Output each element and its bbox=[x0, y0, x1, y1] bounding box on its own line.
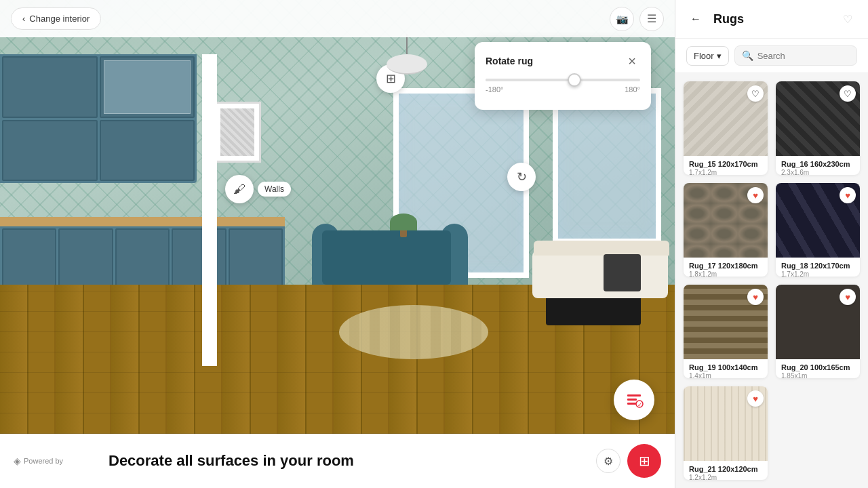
floor-filter-label: Floor bbox=[694, 51, 714, 61]
search-box: 🔍 bbox=[734, 45, 857, 66]
walls-tool-button[interactable]: 🖌 bbox=[225, 175, 254, 203]
heart-filled-icon: ♥ bbox=[845, 190, 850, 201]
bottom-title: Decorate all surfaces in your room bbox=[14, 452, 675, 470]
change-interior-button[interactable]: ‹ Change interior bbox=[11, 7, 101, 30]
cabinet-door-3 bbox=[100, 120, 195, 182]
rug-thumbnail: ♥ bbox=[684, 285, 768, 359]
fab-button[interactable]: ✓ bbox=[614, 380, 654, 420]
rug-name: Rug_18 120x170cm bbox=[781, 262, 854, 270]
doorframe bbox=[202, 54, 217, 366]
rug-heart-button[interactable]: ♥ bbox=[747, 289, 764, 305]
rug-info: Rug_16 160x230cm 2.3x1.6m bbox=[776, 156, 860, 175]
svg-rect-1 bbox=[627, 399, 637, 401]
rug-name: Rug_16 160x230cm bbox=[781, 160, 854, 168]
rug-thumbnail: ♡ bbox=[684, 81, 768, 156]
heart-filled-icon: ♥ bbox=[845, 292, 850, 302]
menu-button[interactable]: ☰ bbox=[639, 7, 664, 31]
brush-icon: 🖌 bbox=[233, 182, 245, 197]
list-item[interactable]: ♥ Rug_18 120x170cm 1.7x1.2m bbox=[776, 183, 860, 277]
floor-filter-dropdown[interactable]: Floor ▾ bbox=[686, 46, 729, 66]
rotate-icon: ↻ bbox=[517, 169, 527, 184]
rug-on-floor bbox=[339, 305, 488, 359]
rotate-rug-popup: Rotate rug -180° 180° bbox=[475, 42, 651, 110]
ceiling-lamp bbox=[387, 34, 427, 75]
sofa-back bbox=[534, 241, 669, 256]
plants bbox=[390, 214, 417, 237]
rug-heart-button[interactable]: ♡ bbox=[747, 85, 764, 102]
rug-size: 2.3x1.6m bbox=[781, 169, 854, 175]
rug-size: 1.8x1.2m bbox=[689, 270, 762, 277]
heart-empty-icon: ♡ bbox=[844, 89, 852, 99]
list-item[interactable]: ♥ Rug_17 120x180cm 1.8x1.2m bbox=[684, 183, 768, 277]
heart-filled-icon: ♥ bbox=[753, 292, 758, 302]
rug-thumbnail: ♥ bbox=[776, 285, 860, 359]
rug-thumbnail: ♥ bbox=[684, 183, 768, 258]
rug-name: Rug_21 120x120cm bbox=[689, 465, 762, 473]
panel-toolbar: Floor ▾ 🔍 bbox=[675, 39, 868, 73]
list-item[interactable]: ♡ Rug_15 120x170cm 1.7x1.2m bbox=[684, 81, 768, 175]
svg-text:✓: ✓ bbox=[637, 402, 642, 408]
heart-filled-icon: ♥ bbox=[753, 190, 758, 201]
rug-heart-button[interactable]: ♥ bbox=[747, 390, 764, 407]
top-bar: ‹ Change interior 📷 ☰ bbox=[0, 0, 675, 37]
panel-header: ← Rugs ♡ bbox=[675, 0, 868, 39]
list-item[interactable]: ♥ Rug_21 120x120cm 1.2x1.2m bbox=[684, 386, 768, 480]
chevron-down-icon: ▾ bbox=[717, 51, 722, 61]
rotate-slider-fill bbox=[486, 79, 570, 81]
chevron-left-icon: ‹ bbox=[22, 14, 25, 24]
rug-tool-button[interactable]: ↻ bbox=[507, 163, 536, 191]
search-input[interactable] bbox=[757, 51, 850, 61]
heart-empty-icon: ♡ bbox=[751, 89, 760, 99]
rotate-slider-labels: -180° 180° bbox=[486, 85, 640, 94]
sofa-pillow bbox=[604, 254, 641, 291]
rug-size: 1.7x1.2m bbox=[689, 169, 762, 175]
wall-art-1 bbox=[214, 102, 261, 163]
cabinet-door-glass bbox=[100, 56, 195, 118]
room-view: Rotate rug -180° 180° ⊞ 🖌 bbox=[0, 0, 675, 488]
rug-thumbnail: ♡ bbox=[776, 81, 860, 156]
upper-cabinets bbox=[0, 54, 197, 183]
rug-thumbnail: ♥ bbox=[684, 386, 768, 461]
rug-thumbnail: ♥ bbox=[776, 183, 860, 258]
rug-heart-button[interactable]: ♥ bbox=[840, 187, 856, 203]
change-interior-label: Change interior bbox=[29, 14, 90, 24]
panel-heart-button[interactable]: ♡ bbox=[838, 9, 857, 28]
rug-name: Rug_20 100x165cm bbox=[781, 363, 854, 371]
panel-title: Rugs bbox=[713, 12, 830, 26]
rug-size: 1.4x1m bbox=[689, 372, 762, 378]
rug-info: Rug_15 120x170cm 1.7x1.2m bbox=[684, 156, 768, 175]
rug-size: 1.2x1.2m bbox=[689, 474, 762, 480]
checklist-icon: ✓ bbox=[625, 390, 644, 409]
bottom-bar: ◈ Powered by Decorate all surfaces in yo… bbox=[0, 434, 675, 488]
rug-name: Rug_15 120x170cm bbox=[689, 160, 762, 168]
cabinet-door bbox=[2, 56, 98, 118]
list-item[interactable]: ♡ Rug_16 160x230cm 2.3x1.6m bbox=[776, 81, 860, 175]
rug-size: 1.85x1m bbox=[781, 372, 854, 378]
rug-info: Rug_21 120x120cm 1.2x1.2m bbox=[684, 461, 768, 480]
menu-icon: ☰ bbox=[647, 12, 656, 25]
list-item[interactable]: ♥ Rug_20 100x165cm 1.85x1m bbox=[776, 285, 860, 378]
close-icon bbox=[628, 54, 636, 69]
right-panel: ← Rugs ♡ Floor ▾ 🔍 ♡ Rug_15 120x170cm bbox=[675, 0, 868, 488]
rug-grid: ♡ Rug_15 120x170cm 1.7x1.2m ♡ Rug_16 160… bbox=[675, 73, 868, 488]
rotate-close-button[interactable] bbox=[624, 53, 640, 69]
panel-back-button[interactable]: ← bbox=[686, 9, 705, 28]
rug-info: Rug_19 100x140cm 1.4x1m bbox=[684, 359, 768, 378]
slider-min-label: -180° bbox=[486, 85, 503, 94]
camera-off-button[interactable]: 📷 bbox=[610, 7, 634, 31]
rug-info: Rug_20 100x165cm 1.85x1m bbox=[776, 359, 860, 378]
list-item[interactable]: ♥ Rug_19 100x140cm 1.4x1m bbox=[684, 285, 768, 378]
rug-info: Rug_18 120x170cm 1.7x1.2m bbox=[776, 258, 860, 277]
cabinet-door-2 bbox=[2, 120, 98, 182]
rug-heart-button[interactable]: ♡ bbox=[840, 85, 856, 102]
rotate-slider-container: -180° 180° bbox=[486, 79, 640, 94]
rug-heart-button[interactable]: ♥ bbox=[840, 289, 856, 305]
rug-heart-button[interactable]: ♥ bbox=[747, 187, 764, 203]
heart-icon: ♡ bbox=[843, 13, 852, 26]
camera-off-icon: 📷 bbox=[616, 14, 628, 24]
rotate-slider-thumb[interactable] bbox=[568, 73, 581, 87]
search-icon: 🔍 bbox=[742, 50, 753, 61]
rug-name: Rug_17 120x180cm bbox=[689, 262, 762, 270]
dining-table bbox=[322, 230, 451, 285]
slider-max-label: 180° bbox=[625, 85, 640, 94]
